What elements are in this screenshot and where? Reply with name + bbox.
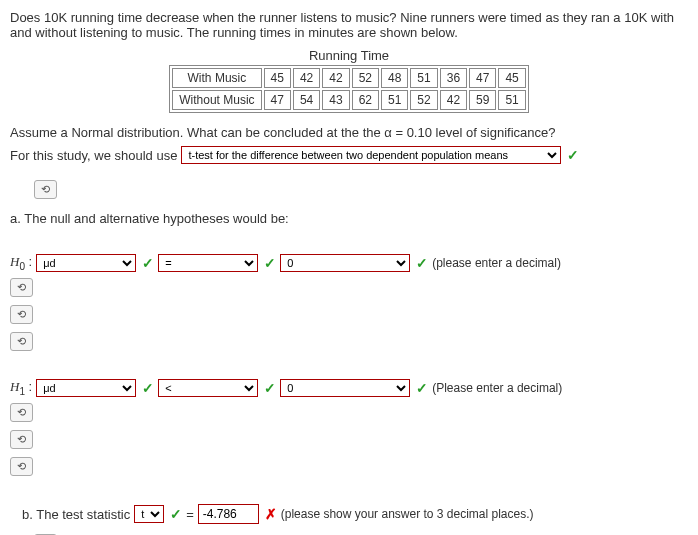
check-icon: ✓	[170, 506, 182, 522]
retry-button[interactable]: ⟲	[10, 305, 33, 324]
question-intro: Does 10K running time decrease when the …	[10, 10, 688, 40]
h0-hint: (please enter a decimal)	[432, 256, 561, 270]
row-label: With Music	[172, 68, 261, 88]
retry-button[interactable]: ⟲	[10, 430, 33, 449]
cell: 48	[381, 68, 408, 88]
check-icon: ✓	[142, 255, 154, 271]
cell: 51	[381, 90, 408, 110]
h0-label: H0 :	[10, 254, 32, 272]
h1-label: H1 :	[10, 379, 32, 397]
test-statistic-input[interactable]	[198, 504, 259, 524]
cell: 51	[410, 68, 437, 88]
cell: 36	[440, 68, 467, 88]
check-icon: ✓	[416, 255, 428, 271]
cell: 42	[293, 68, 320, 88]
cell: 42	[440, 90, 467, 110]
retry-button[interactable]: ⟲	[10, 403, 33, 422]
retry-button[interactable]: ⟲	[10, 332, 33, 351]
check-icon: ✓	[567, 147, 579, 163]
cell: 51	[498, 90, 525, 110]
check-icon: ✓	[264, 380, 276, 396]
cell: 52	[352, 68, 379, 88]
retry-button[interactable]: ⟲	[10, 278, 33, 297]
assume-text: Assume a Normal distribution. What can b…	[10, 125, 688, 140]
h1-param-select[interactable]: μd	[36, 379, 136, 397]
cell: 52	[410, 90, 437, 110]
h1-value-select[interactable]: 0	[280, 379, 410, 397]
study-lead: For this study, we should use	[10, 148, 177, 163]
table-title: Running Time	[10, 48, 688, 63]
h0-operator-select[interactable]: =	[158, 254, 258, 272]
cell: 47	[264, 90, 291, 110]
row-label: Without Music	[172, 90, 261, 110]
h1-hint: (Please enter a decimal)	[432, 381, 562, 395]
check-icon: ✓	[416, 380, 428, 396]
cross-icon: ✗	[265, 506, 277, 522]
stat-hint: (please show your answer to 3 decimal pl…	[281, 507, 534, 521]
study-type-select[interactable]: t-test for the difference between two de…	[181, 146, 561, 164]
data-table: With Music 45 42 42 52 48 51 36 47 45 Wi…	[169, 65, 529, 113]
cell: 43	[322, 90, 349, 110]
cell: 45	[264, 68, 291, 88]
cell: 54	[293, 90, 320, 110]
cell: 62	[352, 90, 379, 110]
h0-value-select[interactable]: 0	[280, 254, 410, 272]
retry-button[interactable]: ⟲	[34, 180, 57, 199]
cell: 45	[498, 68, 525, 88]
h0-param-select[interactable]: μd	[36, 254, 136, 272]
statistic-symbol-select[interactable]: t	[134, 505, 164, 523]
check-icon: ✓	[264, 255, 276, 271]
table-row: With Music 45 42 42 52 48 51 36 47 45	[172, 68, 526, 88]
cell: 47	[469, 68, 496, 88]
equals-sign: =	[186, 507, 194, 522]
cell: 42	[322, 68, 349, 88]
check-icon: ✓	[142, 380, 154, 396]
cell: 59	[469, 90, 496, 110]
retry-button[interactable]: ⟲	[10, 457, 33, 476]
part-a-label: a. The null and alternative hypotheses w…	[10, 211, 688, 226]
h1-operator-select[interactable]: <	[158, 379, 258, 397]
part-b-lead: b. The test statistic	[22, 507, 130, 522]
table-row: Without Music 47 54 43 62 51 52 42 59 51	[172, 90, 526, 110]
